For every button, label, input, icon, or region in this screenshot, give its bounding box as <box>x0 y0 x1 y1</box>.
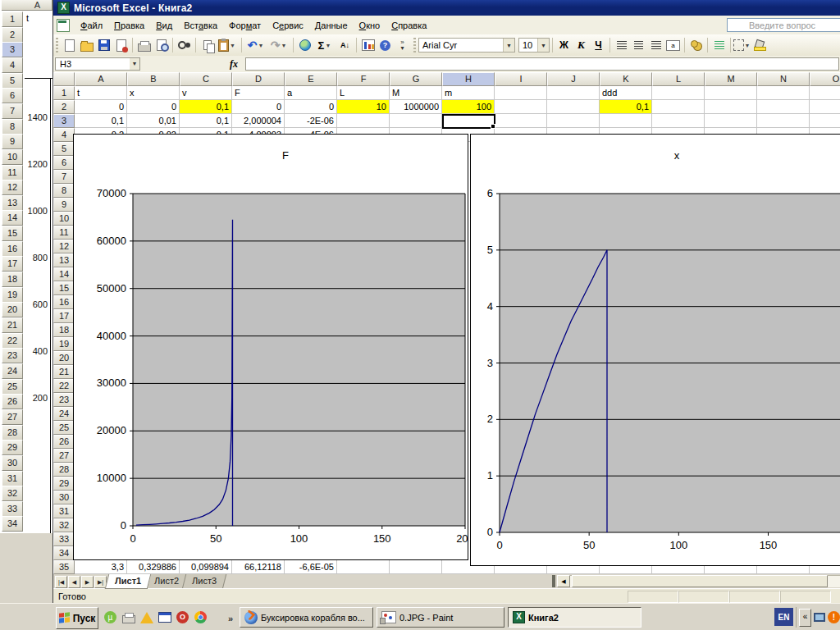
cell-J2[interactable] <box>547 100 600 114</box>
printer-icon[interactable] <box>121 610 135 624</box>
cell-C1[interactable]: v <box>180 86 232 100</box>
formatting-toolbar-grip[interactable] <box>413 38 416 52</box>
decrease-indent-icon[interactable] <box>710 38 728 53</box>
column-header-L[interactable]: L <box>652 72 705 86</box>
strip-row-header[interactable]: 34 <box>2 516 23 532</box>
row-header-28[interactable]: 28 <box>53 463 75 477</box>
row-header-31[interactable]: 31 <box>53 504 75 518</box>
font-name-select[interactable]: Arial Cyr▼ <box>418 38 515 52</box>
tray-chevron-button[interactable]: « <box>799 609 811 627</box>
row-header-3[interactable]: 3 <box>53 114 75 128</box>
column-header-E[interactable]: E <box>285 72 337 86</box>
cell-F1[interactable]: L <box>337 86 390 100</box>
network-monitor-icon[interactable] <box>814 613 825 622</box>
column-header-A[interactable]: A <box>75 72 127 86</box>
strip-row-header[interactable]: 30 <box>2 455 23 471</box>
formula-input[interactable] <box>245 57 839 71</box>
tab-nav-2[interactable]: ▶ <box>81 576 94 588</box>
column-header-B[interactable]: B <box>127 72 180 86</box>
start-button[interactable]: Пуск <box>56 607 98 629</box>
help-icon[interactable]: ? <box>377 38 394 53</box>
column-header-H[interactable]: H <box>442 72 495 86</box>
cell-N3[interactable] <box>757 114 810 128</box>
strip-row-header[interactable]: 18 <box>2 272 23 287</box>
align-right-icon[interactable] <box>647 38 664 53</box>
cell-M1[interactable] <box>705 86 757 100</box>
cell-B2[interactable]: 0 <box>127 100 180 114</box>
bold-button[interactable]: Ж <box>555 38 573 53</box>
strip-row-header[interactable]: 31 <box>2 471 23 486</box>
insert-function-button[interactable]: fx <box>230 58 238 71</box>
hyperlink-icon[interactable] <box>296 38 313 53</box>
cell-C2[interactable]: 0,1 <box>180 100 232 114</box>
cell-D2[interactable]: 0 <box>232 100 285 114</box>
cell-A1[interactable]: t <box>75 86 127 100</box>
cell-M2[interactable] <box>705 100 757 114</box>
strip-row-header[interactable]: 1 <box>2 11 23 27</box>
strip-row-header[interactable]: 3 <box>2 42 23 57</box>
cell-D3[interactable]: 2,000004 <box>232 114 285 128</box>
row-header-15[interactable]: 15 <box>53 281 75 295</box>
menu-Формат[interactable]: Формат <box>223 18 267 33</box>
strip-axis-label[interactable]: 1200 <box>20 159 48 171</box>
sort-ascending-icon[interactable]: А↓ <box>336 38 354 53</box>
strip-row-header[interactable]: 12 <box>2 180 23 195</box>
strip-axis-label[interactable]: 800 <box>20 253 48 264</box>
cell-H2[interactable]: 100 <box>442 100 495 114</box>
strip-row-header[interactable]: 15 <box>2 226 23 241</box>
new-document-icon[interactable] <box>61 38 78 53</box>
font-size-select[interactable]: 10▼ <box>518 38 550 52</box>
opera-icon[interactable]: O <box>176 610 189 624</box>
permission-icon[interactable] <box>112 38 130 53</box>
cell-L2[interactable] <box>652 100 705 114</box>
row-header-18[interactable]: 18 <box>53 323 75 337</box>
strip-row-header[interactable]: 21 <box>2 317 23 333</box>
row-header-10[interactable]: 10 <box>53 212 75 226</box>
row-header-16[interactable]: 16 <box>53 295 75 309</box>
menu-Данные[interactable]: Данные <box>309 18 354 33</box>
cell-G1[interactable]: M <box>390 86 442 100</box>
row-header-27[interactable]: 27 <box>53 449 75 463</box>
currency-icon[interactable] <box>687 38 705 53</box>
row-header-2[interactable]: 2 <box>53 100 75 114</box>
strip-row-header[interactable]: 24 <box>2 363 23 379</box>
cell-E35[interactable]: -6,6E-05 <box>285 560 337 574</box>
menu-Правка[interactable]: Правка <box>108 18 150 33</box>
strip-row-header[interactable]: 32 <box>2 486 23 501</box>
toolbar-grip[interactable] <box>56 38 58 52</box>
cell-G3[interactable] <box>390 114 442 128</box>
row-header-30[interactable]: 30 <box>53 491 75 504</box>
tab-nav-1[interactable]: ◀ <box>68 576 80 588</box>
column-header-N[interactable]: N <box>757 72 810 86</box>
row-header-23[interactable]: 23 <box>53 393 75 407</box>
cell-N1[interactable] <box>757 86 810 100</box>
column-header-G[interactable]: G <box>390 72 442 86</box>
research-icon[interactable] <box>176 38 193 53</box>
strip-row-header[interactable]: 25 <box>2 379 23 395</box>
chrome-icon[interactable] <box>194 610 208 624</box>
cell-C35[interactable]: 0,099894 <box>180 560 232 574</box>
strip-row-header[interactable]: 29 <box>2 440 23 455</box>
row-header-11[interactable]: 11 <box>53 226 75 240</box>
italic-button[interactable]: К <box>573 38 590 53</box>
strip-row-header[interactable]: 33 <box>2 501 23 517</box>
cell-F3[interactable] <box>337 114 390 128</box>
menu-Справка[interactable]: Справка <box>386 18 432 33</box>
row-header-24[interactable]: 24 <box>53 407 75 421</box>
row-header-19[interactable]: 19 <box>53 337 75 351</box>
select-all-corner[interactable] <box>53 72 75 86</box>
cell-D35[interactable]: 66,12118 <box>232 560 285 574</box>
strip-axis-label[interactable]: 1000 <box>20 206 48 217</box>
question-box[interactable]: Введите вопрос <box>727 18 840 32</box>
column-header-I[interactable]: I <box>495 72 547 86</box>
cell-O2[interactable] <box>810 100 840 114</box>
column-header-K[interactable]: K <box>600 72 652 86</box>
row-header-29[interactable]: 29 <box>53 477 75 491</box>
align-center-icon[interactable] <box>630 38 647 53</box>
row-header-9[interactable]: 9 <box>53 198 75 212</box>
row-header-5[interactable]: 5 <box>53 142 75 156</box>
strip-axis-label[interactable]: 200 <box>20 393 48 404</box>
cell-A2[interactable]: 0 <box>75 100 127 114</box>
row-header-14[interactable]: 14 <box>53 267 75 281</box>
taskbar-button-3[interactable]: XКнига2 <box>508 607 641 628</box>
